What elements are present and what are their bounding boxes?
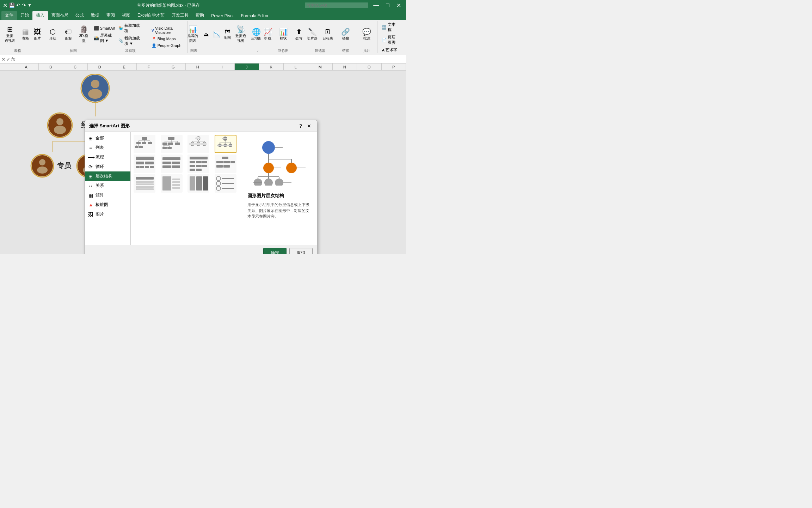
tab-power-pivot[interactable]: Power Pivot [208, 12, 237, 20]
shape-item-7[interactable] [187, 155, 209, 173]
restore-btn[interactable]: □ [384, 1, 392, 9]
dialog-close-btn[interactable]: ✕ [306, 122, 313, 129]
line-sparkline-btn[interactable]: 📈 折线 [261, 28, 275, 42]
col-C[interactable]: C [63, 64, 88, 70]
quick-access-save[interactable]: 💾 [9, 2, 15, 8]
svg-rect-99 [216, 161, 223, 163]
col-J[interactable]: J [235, 64, 259, 70]
get-addins-btn[interactable]: 🏪 获取加载项 [117, 22, 144, 34]
shape-item-10[interactable] [161, 174, 183, 193]
my-addins-btn[interactable]: 📎 我的加载项 ▼ [117, 35, 144, 47]
col-D[interactable]: D [88, 64, 112, 70]
pivot-chart-btn[interactable]: 📡 数据透视图 [234, 25, 248, 44]
tab-view[interactable]: 视图 [118, 11, 134, 20]
shape-item-8[interactable] [215, 155, 236, 173]
dialog-cancel-btn[interactable]: 取消 [289, 248, 313, 254]
cat-hierarchy[interactable]: ⊞ 层次结构 [85, 171, 130, 181]
shape-item-1[interactable] [134, 135, 155, 153]
shape-item-9[interactable] [134, 174, 155, 193]
col-A[interactable]: A [14, 64, 39, 70]
search-input[interactable] [305, 2, 368, 8]
cat-matrix-icon: ▦ [88, 193, 93, 198]
tab-insert[interactable]: 插入 [32, 11, 48, 20]
cat-cycle[interactable]: ⟳ 循环 [85, 162, 130, 171]
wordart-btn[interactable]: A 艺术字 [380, 47, 399, 53]
shape-item-11[interactable] [187, 174, 209, 193]
col-B[interactable]: B [39, 64, 63, 70]
3d-models-btn[interactable]: 🗿 3D 模型 [77, 25, 91, 44]
tab-file[interactable]: 文件 [1, 11, 17, 20]
shapes-btn[interactable]: ⬡ 形状 [46, 28, 60, 42]
tab-developer[interactable]: 开发工具 [168, 11, 192, 20]
svg-rect-113 [172, 187, 180, 189]
tab-excel-learn[interactable]: Excel自学才艺 [134, 11, 168, 20]
shape-item-3[interactable] [187, 135, 209, 153]
cat-relationship[interactable]: ↔ 关系 [85, 181, 130, 190]
col-G[interactable]: G [161, 64, 186, 70]
visio-btn[interactable]: V Visio Data Visualizer [150, 25, 184, 35]
formula-input[interactable] [21, 57, 405, 62]
pictures-btn[interactable]: 🖼 图片 [30, 28, 44, 42]
shape-item-5[interactable] [134, 155, 155, 173]
shape-item-12[interactable] [215, 174, 236, 193]
col-F[interactable]: F [137, 64, 161, 70]
tab-formula-editor[interactable]: Formula Editor [237, 12, 272, 20]
cat-all[interactable]: ⊞ 全部 [85, 133, 130, 143]
cat-picture[interactable]: 🖼 图片 [85, 210, 130, 219]
timeline-btn[interactable]: 🗓 日程表 [321, 28, 335, 42]
quick-access-redo[interactable]: ↷ [22, 2, 26, 8]
people-graph-btn[interactable]: 👤 People Graph [150, 43, 183, 49]
slicer-btn[interactable]: 🔪 切片器 [305, 28, 319, 42]
col-H[interactable]: H [186, 64, 210, 70]
svg-rect-47 [162, 147, 167, 149]
recommended-charts-btn[interactable]: 📊 推荐的图表 [186, 25, 200, 44]
map-chart-btn[interactable]: 🗺 地图 [222, 28, 232, 41]
formula-cancel[interactable]: ✕ [1, 56, 6, 62]
textbox-btn[interactable]: 🔤 文本框 [380, 21, 400, 33]
cat-process[interactable]: ⟶ 流程 [85, 152, 130, 162]
tab-page-layout[interactable]: 页面布局 [48, 11, 72, 20]
comment-btn[interactable]: 💬 批注 [360, 28, 374, 42]
smartart-btn[interactable]: ⬛ SmartArt [92, 25, 117, 31]
customize-quick-access[interactable]: ▼ [27, 3, 32, 8]
link-btn[interactable]: 🔗 链接 [339, 28, 353, 42]
tab-review[interactable]: 审阅 [103, 11, 118, 20]
close-btn[interactable]: ✕ [394, 1, 403, 10]
tab-formulas[interactable]: 公式 [72, 11, 87, 20]
shape-item-6[interactable] [161, 155, 183, 173]
header-footer-btn[interactable]: 📄 页眉页脚 [380, 34, 400, 46]
cat-matrix[interactable]: ▦ 矩阵 [85, 190, 130, 200]
cat-list[interactable]: ≡ 列表 [85, 143, 130, 152]
dialog-help-btn[interactable]: ? [297, 122, 304, 129]
icons-btn[interactable]: 🏷 图标 [61, 28, 75, 42]
bar-chart-btn[interactable]: ⛰ [201, 31, 211, 38]
formula-func[interactable]: fx [11, 56, 15, 62]
dialog-confirm-btn[interactable]: 确定 [263, 248, 287, 254]
col-P[interactable]: P [382, 64, 406, 70]
win-loss-sparkline-btn[interactable]: ⬆ 盈亏 [292, 28, 306, 42]
col-M[interactable]: M [308, 64, 333, 70]
line-chart-btn[interactable]: 📉 [212, 31, 222, 38]
col-E[interactable]: E [112, 64, 137, 70]
pivot-table-btn[interactable]: ⊞ 数据透视表 [3, 25, 17, 44]
window-title: 带图片的组织架构图.xlsx · 已保存 [32, 2, 305, 8]
cat-pyramid[interactable]: 🔺 棱锥图 [85, 200, 130, 210]
quick-access-undo[interactable]: ↶ [16, 2, 20, 8]
col-sparkline-btn[interactable]: 📊 柱状 [276, 28, 290, 42]
col-O[interactable]: O [357, 64, 382, 70]
minimize-btn[interactable]: — [371, 1, 381, 9]
col-I[interactable]: I [210, 64, 235, 70]
ribbon-group-links: 🔗 链接 链接 [335, 21, 356, 53]
svg-rect-100 [223, 161, 230, 163]
tab-home[interactable]: 开始 [17, 11, 32, 20]
shape-item-2[interactable] [161, 135, 183, 153]
col-L[interactable]: L [284, 64, 308, 70]
tab-data[interactable]: 数据 [87, 11, 103, 20]
tab-help[interactable]: 帮助 [192, 11, 208, 20]
col-K[interactable]: K [259, 64, 284, 70]
bing-maps-btn[interactable]: 📍 Bing Maps [150, 36, 177, 42]
formula-confirm[interactable]: ✓ [6, 56, 11, 62]
screenshot-btn[interactable]: 📸 屏幕截图 ▼ [92, 32, 117, 44]
col-N[interactable]: N [333, 64, 357, 70]
shape-item-4-selected[interactable] [215, 135, 236, 153]
